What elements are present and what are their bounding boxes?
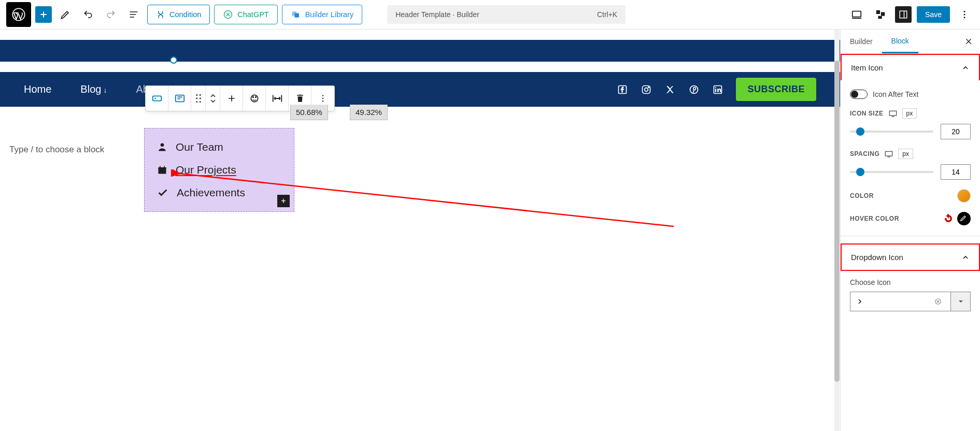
spacing-slider[interactable] xyxy=(850,171,933,173)
submenu-add-icon[interactable]: + xyxy=(277,195,290,207)
svg-rect-8 xyxy=(900,11,907,18)
submenu-label: Achievements xyxy=(177,186,245,199)
style-icon[interactable] xyxy=(243,86,266,111)
sidebar-tabs: Builder Block xyxy=(841,30,980,54)
reset-icon[interactable] xyxy=(944,214,953,223)
tab-builder[interactable]: Builder xyxy=(841,30,882,53)
item-icon-panel: Item Icon xyxy=(841,54,980,80)
hover-color-label: HOVER COLOR xyxy=(850,215,899,222)
spacing-label: SPACING xyxy=(850,150,879,157)
condition-label: Condition xyxy=(169,10,201,19)
spacing-input[interactable] xyxy=(941,164,971,180)
desktop-preview-icon[interactable] xyxy=(847,5,866,24)
svg-point-33 xyxy=(322,100,323,102)
document-title-bar[interactable]: Header Template · Builder Ctrl+K xyxy=(387,5,626,24)
icon-size-input[interactable] xyxy=(941,124,971,139)
submenu-item[interactable]: Our Team xyxy=(145,136,294,159)
icon-preview[interactable] xyxy=(850,292,951,311)
svg-rect-39 xyxy=(889,111,896,116)
svg-point-32 xyxy=(322,98,323,99)
svg-point-28 xyxy=(251,95,258,102)
list-view-icon[interactable] xyxy=(124,5,143,24)
width-icon[interactable] xyxy=(266,86,289,111)
save-button[interactable]: Save xyxy=(917,6,950,23)
chevron-up-icon xyxy=(961,64,970,72)
check-icon xyxy=(157,187,168,198)
svg-point-26 xyxy=(196,101,197,103)
instagram-icon[interactable] xyxy=(641,84,652,95)
svg-rect-20 xyxy=(152,96,161,100)
choose-icon-section: Choose Icon xyxy=(841,271,980,319)
panel-title: Dropdown Icon xyxy=(851,253,903,262)
submenu-label: Our Projects xyxy=(176,164,236,176)
close-icon[interactable] xyxy=(957,37,980,46)
parent-block-icon[interactable] xyxy=(146,86,168,111)
svg-point-30 xyxy=(255,97,256,98)
x-twitter-icon[interactable] xyxy=(664,84,676,95)
submenu-label: Our Team xyxy=(176,141,223,153)
redo-icon[interactable] xyxy=(102,5,120,24)
item-icon-header[interactable]: Item Icon xyxy=(842,55,979,80)
drag-handle-icon[interactable] xyxy=(191,86,206,111)
svg-rect-6 xyxy=(881,12,885,16)
facebook-icon[interactable] xyxy=(617,84,628,95)
shortcut-hint: Ctrl+K xyxy=(597,10,617,19)
icon-size-slider[interactable] xyxy=(850,131,933,133)
chatgpt-label: ChatGPT xyxy=(237,10,268,19)
edit-icon[interactable] xyxy=(56,5,75,24)
svg-point-31 xyxy=(322,95,323,96)
undo-icon[interactable] xyxy=(79,5,97,24)
svg-point-15 xyxy=(648,87,649,88)
svg-rect-40 xyxy=(886,151,892,156)
svg-rect-7 xyxy=(878,16,882,19)
doc-title: Header Template · Builder xyxy=(395,10,479,19)
tab-block[interactable]: Block xyxy=(882,30,918,53)
svg-point-24 xyxy=(196,97,197,99)
move-up-down-icon[interactable] xyxy=(206,86,220,111)
column-width-a: 50.68% xyxy=(290,105,328,120)
responsive-icon[interactable] xyxy=(885,150,893,157)
nav-item-blog[interactable]: Blog↓ xyxy=(80,83,107,95)
icon-after-text-toggle[interactable] xyxy=(850,90,868,99)
hover-color-swatch[interactable] xyxy=(957,212,971,225)
add-block-button[interactable] xyxy=(35,6,52,23)
svg-point-14 xyxy=(645,88,648,91)
linkedin-icon[interactable] xyxy=(712,84,723,95)
dropdown-icon-header[interactable]: Dropdown Icon xyxy=(842,245,979,270)
nav-item-home[interactable]: Home xyxy=(24,83,51,95)
builder-library-button[interactable]: Builder Library xyxy=(282,5,363,24)
submenu-dropdown[interactable]: Our Team Our Projects Achievements + xyxy=(144,128,294,212)
nav-bar: Home Blog↓ About↓ Contact SUBSCRIBE xyxy=(0,72,840,107)
add-icon[interactable] xyxy=(220,86,243,111)
svg-point-11 xyxy=(964,17,965,18)
library-label: Builder Library xyxy=(305,10,354,19)
more-options-icon[interactable] xyxy=(955,5,974,24)
scrollbar-thumb[interactable] xyxy=(834,61,840,382)
structure-icon[interactable] xyxy=(871,5,890,24)
color-label: COLOR xyxy=(850,192,874,199)
submenu-item[interactable]: Our Projects xyxy=(145,159,294,181)
wordpress-logo-icon[interactable] xyxy=(6,2,31,27)
icon-dropdown-button[interactable] xyxy=(951,292,971,311)
responsive-icon[interactable] xyxy=(889,110,897,117)
column-resize-handle-icon[interactable] xyxy=(170,56,177,64)
clear-icon[interactable] xyxy=(931,298,945,305)
chatgpt-button[interactable]: ChatGPT xyxy=(214,5,277,24)
subscribe-button[interactable]: SUBSCRIBE xyxy=(736,78,816,101)
svg-point-23 xyxy=(199,94,201,96)
svg-rect-4 xyxy=(853,11,861,17)
condition-button[interactable]: Condition xyxy=(147,5,210,24)
empty-block-placeholder[interactable]: Type / to choose a block xyxy=(9,145,104,155)
unit-selector[interactable]: px xyxy=(902,108,917,119)
color-swatch[interactable] xyxy=(957,189,971,203)
unit-selector[interactable]: px xyxy=(898,149,913,159)
pinterest-icon[interactable] xyxy=(688,84,700,95)
settings-panel-toggle[interactable] xyxy=(895,6,912,23)
svg-point-22 xyxy=(196,94,197,96)
toggle-label: Icon After Text xyxy=(873,90,918,98)
editor-canvas[interactable]: Home Blog↓ About↓ Contact SUBSCRIBE xyxy=(0,30,840,431)
submenu-item[interactable]: Achievements xyxy=(145,181,294,204)
current-block-icon[interactable] xyxy=(168,86,191,111)
column-width-b: 49.32% xyxy=(350,105,388,120)
settings-sidebar: Builder Block Item Icon Icon After Text … xyxy=(840,30,980,431)
